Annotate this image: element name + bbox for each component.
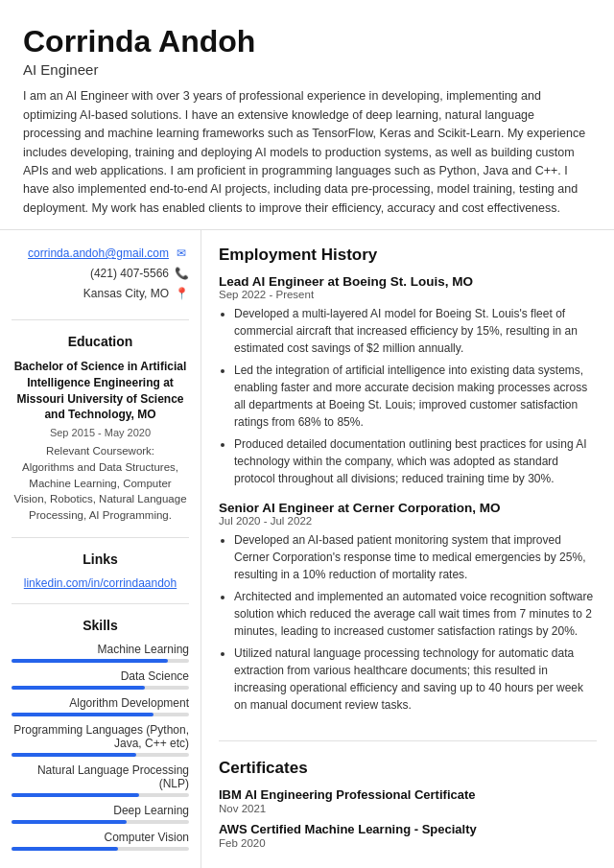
certificates-title: Certificates	[219, 759, 597, 778]
skill-item: Machine Learning	[12, 643, 189, 663]
job-bullets: Developed a multi-layered AI model for B…	[219, 305, 597, 487]
skill-item: Programming Languages (Python, Java, C++…	[12, 723, 189, 757]
skill-bar-fill	[12, 820, 127, 824]
job-date: Sep 2022 - Present	[219, 289, 597, 300]
location-item: Kansas City, MO 📍	[12, 286, 189, 301]
skill-bar-fill	[12, 713, 154, 716]
skills-title: Skills	[12, 618, 189, 633]
skills-section: Skills Machine Learning Data Science Alg…	[12, 618, 189, 851]
skill-bar-fill	[12, 793, 139, 797]
employment-title: Employment History	[219, 246, 597, 265]
skill-name: Computer Vision	[12, 831, 189, 844]
education-title: Education	[12, 334, 189, 349]
location-icon: 📍	[174, 286, 189, 301]
right-column: Employment History Lead AI Engineer at B…	[201, 230, 614, 868]
email-icon: ✉	[174, 246, 189, 261]
links-title: Links	[12, 551, 189, 567]
education-degree: Bachelor of Science in Artificial Intell…	[12, 359, 189, 423]
skill-name: Programming Languages (Python, Java, C++…	[12, 723, 189, 750]
skill-bar-bg	[12, 753, 189, 757]
skill-bar-bg	[12, 793, 189, 797]
jobs-list: Lead AI Engineer at Boeing St. Louis, MO…	[219, 274, 597, 714]
candidate-summary: I am an AI Engineer with over 3 years of…	[23, 87, 591, 218]
skill-item: Deep Learning	[12, 804, 189, 824]
skill-name: Machine Learning	[12, 643, 189, 656]
job-block: Senior AI Engineer at Cerner Corporation…	[219, 501, 597, 714]
cert-name: AWS Certified Machine Learning - Special…	[219, 822, 597, 836]
skill-bar-bg	[12, 847, 189, 851]
linkedin-link[interactable]: linkedin.com/in/corrindaandoh	[12, 576, 189, 590]
skill-bar-bg	[12, 659, 189, 663]
skill-bar-bg	[12, 686, 189, 690]
skill-bar-fill	[12, 659, 168, 663]
skill-item: Computer Vision	[12, 831, 189, 851]
bullet-item: Developed an AI-based patient monitoring…	[234, 531, 597, 583]
phone-icon: 📞	[174, 266, 189, 281]
contact-section: corrinda.andoh@gmail.com ✉ (421) 407-556…	[12, 246, 189, 320]
job-bullets: Developed an AI-based patient monitoring…	[219, 531, 597, 714]
job-title-line: Lead AI Engineer at Boeing St. Louis, MO	[219, 274, 597, 289]
cert-item: IBM AI Engineering Professional Certific…	[219, 787, 597, 814]
skill-item: Algorithm Development	[12, 696, 189, 716]
education-section: Education Bachelor of Science in Artific…	[12, 334, 189, 538]
skills-list: Machine Learning Data Science Algorithm …	[12, 643, 189, 851]
job-date: Jul 2020 - Jul 2022	[219, 515, 597, 527]
cert-item: AWS Certified Machine Learning - Special…	[219, 822, 597, 849]
skill-bar-fill	[12, 753, 136, 757]
skill-item: Natural Language Processing (NLP)	[12, 763, 189, 797]
cert-date: Nov 2021	[219, 803, 597, 814]
coursework-text: Algorithms and Data Structures, Machine …	[13, 461, 186, 521]
phone-text: (421) 407-5566	[90, 267, 169, 280]
candidate-title: AI Engineer	[23, 61, 591, 78]
skill-bar-bg	[12, 820, 189, 824]
education-coursework: Relevant Coursework: Algorithms and Data…	[12, 443, 189, 523]
cert-name: IBM AI Engineering Professional Certific…	[219, 787, 597, 802]
skill-name: Algorithm Development	[12, 696, 189, 710]
skill-name: Natural Language Processing (NLP)	[12, 763, 189, 790]
coursework-label: Relevant Coursework:	[46, 445, 154, 457]
employment-section: Employment History Lead AI Engineer at B…	[219, 246, 597, 741]
skill-name: Deep Learning	[12, 804, 189, 817]
skill-bar-fill	[12, 686, 145, 690]
cert-date: Feb 2020	[219, 837, 597, 849]
skill-item: Data Science	[12, 669, 189, 690]
bullet-item: Developed a multi-layered AI model for B…	[234, 305, 597, 357]
resume-header: Corrinda Andoh AI Engineer I am an AI En…	[0, 0, 614, 230]
bullet-item: Architected and implemented an automated…	[234, 588, 597, 640]
skill-name: Data Science	[12, 669, 189, 683]
skill-bar-bg	[12, 713, 189, 716]
links-section: Links linkedin.com/in/corrindaandoh	[12, 551, 189, 604]
left-column: corrinda.andoh@gmail.com ✉ (421) 407-556…	[0, 230, 201, 868]
candidate-name: Corrinda Andoh	[23, 23, 591, 59]
job-block: Lead AI Engineer at Boeing St. Louis, MO…	[219, 274, 597, 487]
bullet-item: Led the integration of artificial intell…	[234, 362, 597, 431]
email-item: corrinda.andoh@gmail.com ✉	[12, 246, 189, 261]
bullet-item: Produced detailed documentation outlinin…	[234, 435, 597, 487]
skill-bar-fill	[12, 847, 118, 851]
job-title-line: Senior AI Engineer at Cerner Corporation…	[219, 501, 597, 515]
certificates-section: Certificates IBM AI Engineering Professi…	[219, 759, 597, 868]
bullet-item: Utilized natural language processing tec…	[234, 645, 597, 714]
location-text: Kansas City, MO	[83, 287, 169, 300]
main-content: corrinda.andoh@gmail.com ✉ (421) 407-556…	[0, 230, 614, 868]
education-date: Sep 2015 - May 2020	[12, 427, 189, 438]
email-text[interactable]: corrinda.andoh@gmail.com	[28, 246, 169, 260]
certs-list: IBM AI Engineering Professional Certific…	[219, 787, 597, 849]
phone-item: (421) 407-5566 📞	[12, 266, 189, 281]
